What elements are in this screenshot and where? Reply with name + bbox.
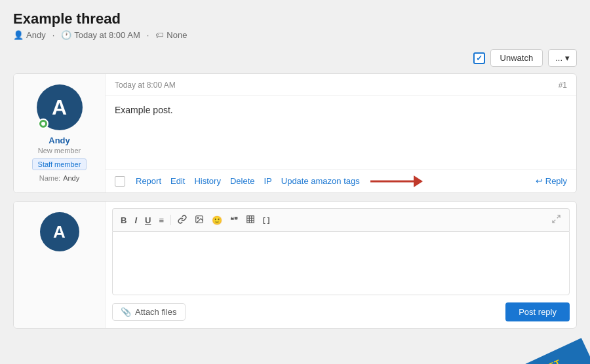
editor-toolbar: B I U ≡ 🙂 ❝❞ [ ] <box>112 208 570 231</box>
unwatch-button[interactable]: Unwatch <box>490 49 543 67</box>
online-badge <box>38 118 49 129</box>
svg-rect-2 <box>247 215 254 223</box>
reply-avatar: A <box>40 212 79 251</box>
reply-card: A B I U ≡ 🙂 ❝❞ <box>13 201 577 329</box>
ip-link[interactable]: IP <box>260 175 275 187</box>
toolbar-emoji[interactable]: 🙂 <box>209 214 225 227</box>
reply-sidebar: A <box>14 202 106 328</box>
delete-link[interactable]: Delete <box>226 175 259 187</box>
thread-time: 🕐 Today at 8:00 AM <box>61 30 140 40</box>
post-main: Today at 8:00 AM #1 Example post. Report… <box>106 74 576 192</box>
arrow-indicator <box>370 175 423 187</box>
toolbar-table[interactable] <box>243 213 258 227</box>
reply-button[interactable]: ↩ Reply <box>536 176 567 186</box>
update-tags-link[interactable]: Update amazon tags <box>277 175 364 187</box>
edit-link[interactable]: Edit <box>167 175 189 187</box>
post-reply-button[interactable]: Post reply <box>505 302 570 321</box>
thread-tag-meta: · <box>147 30 149 40</box>
reply-editor-textarea[interactable] <box>112 231 570 295</box>
user-info-name: Name: Andy <box>39 174 79 182</box>
post-content: Example post. <box>106 96 576 169</box>
post-sidebar: A Andy New member Staff member Name: And… <box>14 74 106 192</box>
toolbar-bb[interactable]: [ ] <box>260 215 272 225</box>
thread-meta: 👤 Andy · 🕐 Today at 8:00 AM · 🏷 None <box>13 30 577 40</box>
report-link[interactable]: Report <box>132 175 165 187</box>
chevron-down-icon: ▾ <box>565 53 570 63</box>
thread-time-meta: · <box>52 30 55 40</box>
paperclip-icon: 📎 <box>121 307 131 317</box>
toolbar-quote[interactable]: ❝❞ <box>227 215 241 226</box>
toolbar-separator-1 <box>170 215 171 225</box>
staff-badge: Staff member <box>32 158 87 170</box>
toolbar-list[interactable]: ≡ <box>156 214 167 227</box>
post-time: Today at 8:00 AM <box>115 81 176 90</box>
history-link[interactable]: History <box>190 175 224 187</box>
svg-point-1 <box>197 217 199 219</box>
post-header: Today at 8:00 AM #1 <box>106 74 576 96</box>
avatar: A <box>37 84 83 130</box>
thread-author-meta: 👤 Andy <box>13 30 46 40</box>
user-icon: 👤 <box>13 30 24 40</box>
thread-header: Example thread 👤 Andy · 🕐 Today at 8:00 … <box>13 10 577 40</box>
toolbar-link[interactable] <box>175 213 189 227</box>
reply-icon: ↩ <box>536 176 543 186</box>
toolbar-underline[interactable]: U <box>142 214 153 227</box>
post-actions: Report Edit History Delete IP Update ama… <box>106 169 576 192</box>
watch-checkbox[interactable] <box>473 52 485 64</box>
reply-main: B I U ≡ 🙂 ❝❞ [ ] <box>106 202 576 328</box>
more-button[interactable]: ... ▾ <box>548 49 577 67</box>
tag-icon: 🏷 <box>155 30 164 40</box>
attach-files-button[interactable]: 📎 Attach files <box>112 303 186 321</box>
editor-wrapper: B I U ≡ 🙂 ❝❞ [ ] <box>112 208 570 297</box>
username[interactable]: Andy <box>49 136 70 145</box>
reply-footer: 📎 Attach files Post reply <box>112 297 570 321</box>
post-checkbox[interactable] <box>115 176 125 187</box>
toolbar-expand[interactable] <box>549 213 564 227</box>
thread-tag: 🏷 None <box>155 30 187 40</box>
thread-title: Example thread <box>13 10 577 27</box>
post-number: #1 <box>559 81 567 90</box>
post-card: A Andy New member Staff member Name: And… <box>13 73 577 193</box>
toolbar-italic[interactable]: I <box>132 214 140 227</box>
toolbar-bold[interactable]: B <box>118 214 129 227</box>
user-role: New member <box>38 147 81 155</box>
action-bar: Unwatch ... ▾ <box>13 49 577 67</box>
toolbar-image[interactable] <box>192 213 206 227</box>
clock-icon: 🕐 <box>61 30 71 40</box>
